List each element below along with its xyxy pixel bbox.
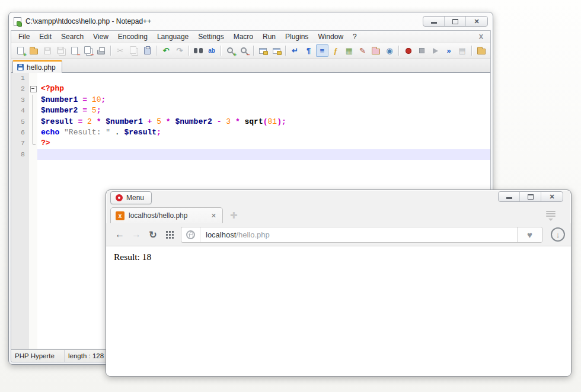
tab-hello-php[interactable]: hello.php <box>12 60 62 73</box>
download-button[interactable]: ↓ <box>551 227 565 242</box>
menu-item-file[interactable]: File <box>14 31 34 42</box>
word-wrap-icon[interactable]: ↵ <box>289 44 301 57</box>
back-button[interactable]: ← <box>112 227 127 242</box>
menubar-close-button[interactable]: X <box>474 33 488 40</box>
reload-button[interactable]: ↻ <box>145 227 161 242</box>
menu-item-search[interactable]: Search <box>56 31 88 42</box>
zoom-in-icon[interactable]: + <box>224 44 237 57</box>
close-button[interactable]: ✕ <box>541 192 563 201</box>
macro-run-multiple-icon[interactable]: » <box>443 44 455 57</box>
macro-play-icon[interactable] <box>429 44 442 57</box>
paste-icon[interactable] <box>141 44 154 57</box>
line-number: 2 <box>11 83 29 94</box>
toolbar-separator <box>156 46 157 56</box>
url-field[interactable]: localhost/hello.php ♥ <box>181 227 542 243</box>
macro-stop-icon[interactable] <box>416 44 428 57</box>
code-line-4: 4$number2 = 5; <box>11 105 490 116</box>
minimize-icon <box>506 197 512 199</box>
minimize-button[interactable] <box>499 192 520 201</box>
url-text: localhost/hello.php <box>200 230 270 239</box>
notepad-toolbar: +−−✂↶↷ab+−↵¶≡ƒ▦✎◉»▤ <box>11 43 490 59</box>
close-icon: ✕ <box>549 194 554 200</box>
bookmark-heart-button[interactable]: ♥ <box>517 227 542 242</box>
menu-item-encoding[interactable]: Encoding <box>113 31 152 42</box>
tab-localhost-hello-php[interactable]: x localhost/hello.php ✕ <box>110 207 223 223</box>
maximize-button[interactable] <box>445 17 466 26</box>
line-number: 8 <box>11 149 29 160</box>
notepad-window-title: C:\xampp\htdocs\hello.php - Notepad++ <box>25 17 151 25</box>
fold-collapse-icon[interactable] <box>29 83 37 94</box>
save-icon[interactable] <box>42 44 54 57</box>
function-list-icon[interactable]: ƒ <box>330 44 342 57</box>
menu-item-settings[interactable]: Settings <box>193 31 228 42</box>
menu-item-run[interactable]: Run <box>258 31 280 42</box>
close-button[interactable]: ✕ <box>466 17 487 26</box>
url-path: /hello.php <box>236 230 269 239</box>
toolbar-separator <box>189 46 189 56</box>
load-session-icon[interactable] <box>475 44 487 57</box>
opera-titlebar[interactable]: Menu ✕ <box>106 190 571 206</box>
page-result-text: Result: 18 <box>114 252 151 262</box>
line-number: 5 <box>11 117 29 127</box>
sync-horizontal-scroll-icon[interactable] <box>270 44 283 57</box>
notepad-window-controls: ✕ <box>423 16 488 27</box>
menu-item-macro[interactable]: Macro <box>229 31 258 42</box>
macro-save-icon[interactable]: ▤ <box>456 44 468 57</box>
show-indent-guide-icon[interactable]: ≡ <box>316 44 328 57</box>
undo-icon[interactable]: ↶ <box>159 44 172 57</box>
monitoring-eye-icon[interactable]: ◉ <box>384 44 396 57</box>
sync-vertical-scroll-icon[interactable] <box>257 44 269 57</box>
code-text: <?php <box>37 83 490 94</box>
notepad-app-icon <box>14 17 21 26</box>
tab-close-icon[interactable]: ✕ <box>210 211 218 221</box>
find-icon[interactable] <box>192 44 205 57</box>
menu-item-help[interactable]: ? <box>348 31 362 42</box>
open-file-icon[interactable] <box>28 44 40 57</box>
print-icon[interactable] <box>95 44 108 57</box>
maximize-icon <box>452 19 458 24</box>
new-file-icon[interactable]: + <box>14 44 27 57</box>
code-line-8: 8 <box>11 149 490 160</box>
menu-item-window[interactable]: Window <box>313 31 348 42</box>
code-text <box>37 149 490 160</box>
fold-margin <box>29 105 37 116</box>
minimize-button[interactable] <box>423 17 445 26</box>
browser-page-content: Result: 18 <box>106 246 571 376</box>
folder-as-workspace-icon[interactable] <box>370 44 382 57</box>
cut-icon[interactable]: ✂ <box>114 44 126 57</box>
code-text <box>37 73 490 83</box>
menu-item-plugins[interactable]: Plugins <box>280 31 313 42</box>
toolbar-separator <box>253 46 254 56</box>
copy-icon[interactable] <box>127 44 140 57</box>
closed-tabs-icon[interactable] <box>546 211 556 219</box>
close-all-docs-icon[interactable]: − <box>82 44 94 57</box>
menu-item-view[interactable]: View <box>88 31 113 42</box>
opera-menu-button[interactable]: Menu <box>110 191 152 204</box>
code-line-1: 1 <box>11 73 490 83</box>
new-tab-button[interactable]: ✚ <box>230 211 238 220</box>
user-defined-language-icon[interactable]: ✎ <box>356 44 369 57</box>
code-line-6: 6echo "Result: " . $result; <box>11 127 490 138</box>
notepad-titlebar[interactable]: C:\xampp\htdocs\hello.php - Notepad++ ✕ <box>9 12 493 30</box>
save-all-icon[interactable] <box>55 44 67 57</box>
forward-button[interactable]: → <box>129 227 144 242</box>
code-line-5: 5$result = 2 * $number1 + 5 * $number2 -… <box>11 117 490 127</box>
show-all-characters-icon[interactable]: ¶ <box>302 44 315 57</box>
close-doc-icon[interactable]: − <box>68 44 81 57</box>
toolbar-separator <box>221 46 221 56</box>
speed-dial-button[interactable] <box>162 227 177 242</box>
maximize-button[interactable] <box>520 192 541 201</box>
menu-item-language[interactable]: Language <box>152 31 193 42</box>
close-icon: ✕ <box>474 18 479 25</box>
zoom-out-icon[interactable]: − <box>238 44 250 57</box>
globe-icon <box>186 230 195 239</box>
fold-margin <box>29 127 37 138</box>
document-map-icon[interactable]: ▦ <box>343 44 355 57</box>
redo-icon[interactable]: ↷ <box>173 44 186 57</box>
replace-icon[interactable]: ab <box>206 44 218 57</box>
maximize-icon <box>528 194 534 200</box>
line-number: 3 <box>11 95 29 105</box>
toolbar-separator <box>110 46 111 56</box>
menu-item-edit[interactable]: Edit <box>34 31 56 42</box>
macro-record-icon[interactable] <box>402 44 414 57</box>
